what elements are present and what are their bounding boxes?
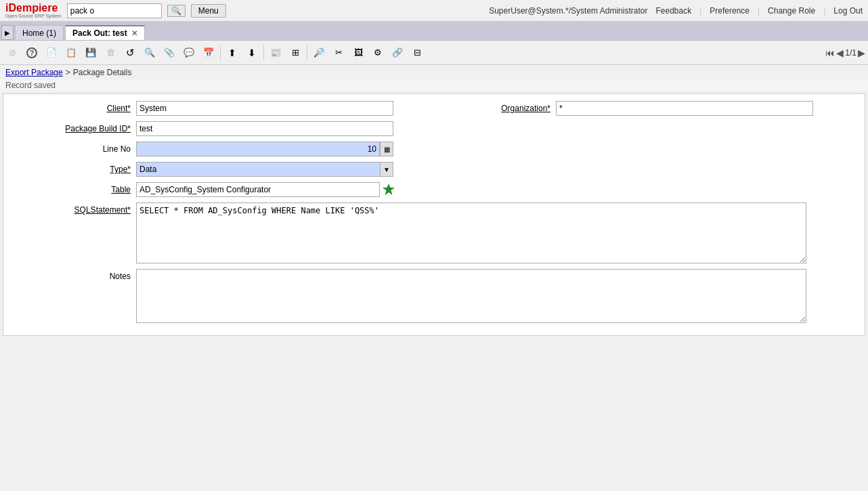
- menu-button[interactable]: Menu: [191, 4, 226, 18]
- chat-btn[interactable]: 💬: [179, 43, 198, 62]
- breadcrumb-current: Package Details: [73, 68, 132, 77]
- workflow-btn[interactable]: 🔗: [388, 43, 407, 62]
- breadcrumb-separator: >: [66, 68, 70, 77]
- logo-dempiere: Dempiere: [8, 2, 58, 14]
- search-button[interactable]: 🔍: [167, 5, 186, 17]
- top-bar: iDempiere Open Source ERP System 🔍 Menu …: [0, 0, 868, 22]
- preference-link[interactable]: Preference: [710, 6, 750, 16]
- client-label: Client*: [14, 104, 136, 113]
- toolbar-sep1: [220, 45, 221, 60]
- copy-btn[interactable]: 📋: [62, 43, 81, 62]
- breadcrumb: Export Package > Package Details: [0, 65, 868, 80]
- zoom-out-btn[interactable]: 🔎: [309, 43, 328, 62]
- tab-bar: ▶ Home (1) Pack Out: test ✕: [0, 22, 868, 41]
- zoom-in-btn[interactable]: ✂: [329, 43, 348, 62]
- type-label: Type*: [14, 165, 136, 174]
- table-field[interactable]: [136, 182, 380, 197]
- user-info: SuperUser@System.*/System Administrator: [489, 6, 647, 16]
- record-saved-text: Record saved: [5, 81, 56, 90]
- tab-packout-close[interactable]: ✕: [131, 29, 137, 38]
- pagination: ⏮ ◀ 1/1 ▶: [825, 47, 865, 58]
- feedback-link[interactable]: Feedback: [655, 6, 691, 16]
- tab-packout[interactable]: Pack Out: test ✕: [65, 25, 145, 40]
- form-area: Client* Organization* Package Build ID* …: [3, 93, 865, 336]
- nav-toggle[interactable]: ▶: [1, 25, 14, 40]
- grid-btn[interactable]: ⊞: [286, 43, 305, 62]
- pag-current: 1/1: [845, 48, 856, 58]
- top-bar-right: SuperUser@System.*/System Administrator …: [489, 6, 863, 16]
- pag-next[interactable]: ▶: [858, 47, 865, 58]
- search-input[interactable]: [67, 3, 162, 18]
- report-btn[interactable]: 🖼: [349, 43, 368, 62]
- notes-label: Notes: [14, 269, 136, 281]
- logo: iDempiere Open Source ERP System: [5, 2, 62, 19]
- form-row-package-build-id: Package Build ID*: [14, 121, 854, 136]
- new-btn[interactable]: 📄: [42, 43, 61, 62]
- attachment-btn[interactable]: 📎: [160, 43, 179, 62]
- table-label: Table: [14, 185, 136, 194]
- calendar-btn[interactable]: 📅: [199, 43, 218, 62]
- toolbar-sep3: [307, 45, 307, 60]
- tab-packout-label: Pack Out: test: [72, 28, 127, 38]
- log-out-link[interactable]: Log Out: [833, 6, 863, 16]
- type-field[interactable]: [136, 162, 380, 177]
- svg-marker-0: [383, 184, 395, 195]
- app-btn[interactable]: ⊟: [408, 43, 427, 62]
- client-field[interactable]: [136, 101, 393, 116]
- undo-btn[interactable]: ↺: [121, 43, 139, 62]
- package-build-id-field[interactable]: [136, 121, 393, 136]
- save-btn[interactable]: 💾: [81, 43, 100, 62]
- tab-home-label: Home (1): [22, 28, 56, 38]
- pag-first[interactable]: ⏮: [825, 47, 835, 58]
- organization-field[interactable]: [556, 101, 813, 116]
- nav-up-btn[interactable]: ⬆: [223, 43, 242, 62]
- table-zoom-icon: [382, 183, 395, 196]
- find-btn[interactable]: 🔍: [140, 43, 159, 62]
- breadcrumb-parent[interactable]: Export Package: [5, 68, 63, 77]
- form-row-sql: SQLStatement*: [14, 202, 854, 263]
- notes-field[interactable]: [136, 269, 806, 323]
- nav-down-btn[interactable]: ⬇: [242, 43, 261, 62]
- sql-statement-field[interactable]: [136, 202, 806, 263]
- sep3: |: [823, 6, 825, 16]
- form-row-line-no: Line No ▦: [14, 142, 854, 156]
- record-saved-bar: Record saved: [0, 80, 868, 91]
- logo-text: iDempiere: [5, 2, 62, 14]
- change-role-link[interactable]: Change Role: [768, 6, 815, 16]
- top-bar-left: iDempiere Open Source ERP System 🔍 Menu: [5, 2, 226, 19]
- package-build-id-label: Package Build ID*: [14, 124, 136, 133]
- form-row-client-org: Client* Organization*: [14, 101, 854, 116]
- form-row-type: Type* ▼: [14, 162, 854, 177]
- table-zoom-btn[interactable]: [381, 182, 396, 197]
- delete-btn[interactable]: 🗑: [101, 43, 120, 62]
- type-dropdown-btn[interactable]: ▼: [380, 162, 393, 177]
- form-row-notes: Notes: [14, 269, 854, 323]
- sep1: |: [699, 6, 701, 16]
- logo-area[interactable]: iDempiere Open Source ERP System: [5, 2, 62, 19]
- line-no-calc-btn[interactable]: ▦: [380, 142, 393, 156]
- toolbar-sep2: [263, 45, 264, 60]
- organization-label: Organization*: [448, 104, 556, 113]
- pag-prev[interactable]: ◀: [836, 47, 844, 58]
- form-org-section: Organization*: [448, 101, 854, 116]
- ignore-btn[interactable]: ⊘: [3, 43, 22, 62]
- line-no-label: Line No: [14, 144, 136, 154]
- tab-home[interactable]: Home (1): [15, 25, 64, 40]
- form-row-table: Table: [14, 182, 854, 197]
- logo-subtitle: Open Source ERP System: [5, 14, 62, 19]
- line-no-field[interactable]: [136, 142, 380, 156]
- toolbar: ⊘ ? 📄 📋 💾 🗑 ↺ 🔍 📎 💬 📅 ⬆ ⬇ 📰 ⊞ 🔎 ✂ 🖼 ⚙ 🔗 …: [0, 41, 868, 65]
- detail-btn[interactable]: 📰: [266, 43, 285, 62]
- form-client-section: Client*: [14, 101, 420, 116]
- sql-statement-label: SQLStatement*: [14, 202, 136, 215]
- sep2: |: [758, 6, 760, 16]
- print-btn[interactable]: ⚙: [368, 43, 387, 62]
- help-btn[interactable]: ?: [22, 43, 41, 62]
